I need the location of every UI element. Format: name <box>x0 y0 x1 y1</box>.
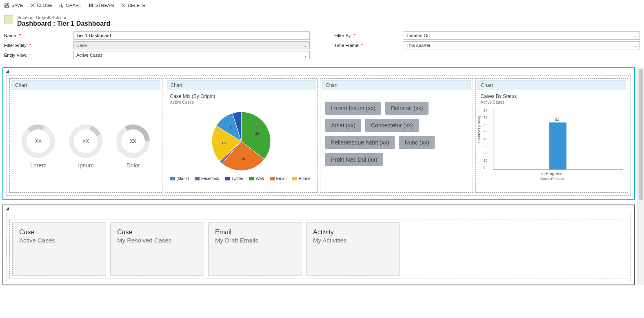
save-button[interactable]: SAVE <box>4 2 23 8</box>
pane-header: Chart <box>322 80 471 90</box>
pie-slice-value: 22 <box>255 131 259 136</box>
pie-slice-value: 13 <box>222 141 226 145</box>
bar-ytick: 80 <box>484 109 488 113</box>
delete-label: DELETE <box>128 3 145 8</box>
bar-category-label: In Progress <box>481 171 623 176</box>
filter-tag[interactable]: Nunc (xx) <box>399 136 435 149</box>
stream-subtitle: Active Cases <box>19 237 99 244</box>
bar-ytick: 50 <box>484 130 488 134</box>
solution-line: Solution: Default Solution <box>17 15 110 20</box>
legend-swatch <box>270 177 275 180</box>
entity-view-label: Entity View:* <box>4 53 73 58</box>
time-frame-select[interactable]: This quarter⌄ <box>404 41 640 49</box>
legend-item: Phone <box>292 176 311 181</box>
donut-gauge: XX <box>64 120 107 162</box>
page-title: Dashboard : Tier 1 Dashboard <box>17 20 110 27</box>
stream-button[interactable]: STREAM <box>88 2 114 8</box>
pie-slice-value: 16 <box>241 157 245 161</box>
pie-title: Case Mix (By Origin) <box>170 93 313 99</box>
charts-section[interactable]: ◢ Chart XX Lorem XX Ipsum XX Dolor Chart… <box>2 67 635 200</box>
chart-pane-tags[interactable]: Chart Lorem Ipsum (xx)Dolor sit (xx)Amet… <box>320 78 473 193</box>
filter-tag[interactable]: Proin Nec Dui (xx) <box>325 153 383 166</box>
streams-section[interactable]: ◢ Case Active CasesCase My Resolved Case… <box>2 205 635 285</box>
save-icon <box>4 2 10 8</box>
filter-by-select[interactable]: Created On⌄ <box>404 31 640 40</box>
collapse-toggle[interactable]: ◢ <box>6 69 9 73</box>
close-icon <box>30 2 36 8</box>
chart-button[interactable]: CHART <box>59 2 82 8</box>
bar-ytick: 30 <box>484 144 488 148</box>
legend-label: Facebook <box>201 176 219 181</box>
filter-tag[interactable]: Dolor sit (xx) <box>385 102 429 115</box>
donut-value: XX <box>130 138 136 144</box>
filter-entity-label: Filter Entity:* <box>4 43 73 48</box>
stream-card[interactable]: Case Active Cases <box>12 222 106 276</box>
close-button[interactable]: CLOSE <box>30 2 52 8</box>
collapse-toggle[interactable]: ◢ <box>6 206 9 211</box>
pie-chart: 221611373 <box>207 109 276 174</box>
bar-chart: 80706050403020100 62 <box>493 109 623 170</box>
chart-pane-pie[interactable]: Chart Case Mix (By Origin) Active Cases … <box>165 78 318 193</box>
toolbar: SAVE CLOSE CHART STREAM DELETE <box>0 0 644 11</box>
pane-header: Chart <box>477 80 626 90</box>
stream-title: Case <box>117 229 197 236</box>
pie-legend: (blank)FacebookTwitterWebEmailPhone <box>170 176 313 181</box>
legend-swatch <box>195 177 200 180</box>
legend-label: Twitter <box>231 176 243 181</box>
chart-pane-bar[interactable]: Chart Cases By Status Active Cases Count… <box>475 78 628 193</box>
bar <box>549 122 566 169</box>
vertical-scrollbar[interactable] <box>637 67 644 285</box>
stream-subtitle: My Resolved Cases <box>117 237 197 244</box>
pane-header: Chart <box>11 80 160 90</box>
filter-entity-select[interactable]: Case⌄ <box>73 41 310 49</box>
legend-swatch <box>225 177 230 180</box>
stream-label: STREAM <box>95 3 114 8</box>
chart-icon <box>59 2 64 8</box>
pie-slice-value: 7 <box>229 125 231 129</box>
name-label: Name:* <box>4 33 73 38</box>
header: Solution: Default Solution Dashboard : T… <box>0 11 644 29</box>
stream-title: Email <box>215 229 295 236</box>
entity-icon <box>4 15 13 24</box>
filter-tag[interactable]: Consectetur (xx) <box>365 119 419 132</box>
filter-tag[interactable]: Lorem Ipsum (xx) <box>325 102 381 115</box>
donut-label: Lorem <box>22 162 55 169</box>
filter-tag[interactable]: Pellentesque habit (xx) <box>325 136 395 149</box>
stream-card[interactable]: Case My Resolved Cases <box>110 222 204 276</box>
name-input[interactable] <box>73 31 310 40</box>
bar-x-axis-title: Status Reason <box>481 177 623 181</box>
bar-y-axis-title: Count:All (Case) <box>477 116 481 142</box>
donut-gauge: XX <box>110 118 156 164</box>
legend-swatch <box>249 177 254 180</box>
delete-icon <box>120 2 126 8</box>
chevron-down-icon: ⌄ <box>634 33 637 38</box>
donut-label: Dolor <box>116 162 150 169</box>
bar-ytick: 10 <box>484 158 488 162</box>
form-area: Name:* Filter Entity:* Case⌄ Entity View… <box>0 29 644 66</box>
entity-view-select[interactable]: Active Cases⌄ <box>73 51 310 59</box>
filter-by-label: Filter By:* <box>334 33 404 38</box>
pie-slice-value: 3 <box>238 122 240 126</box>
stream-card[interactable]: Email My Draft Emails <box>208 222 302 276</box>
chevron-down-icon: ⌄ <box>634 43 637 48</box>
bar-ytick: 60 <box>484 123 488 127</box>
stream-title: Case <box>19 229 99 236</box>
pane-header: Chart <box>167 80 316 90</box>
stream-icon <box>88 2 94 8</box>
donut-value: XX <box>35 138 42 144</box>
pie-subtitle: Active Cases <box>170 100 313 105</box>
bar-ytick: 20 <box>484 151 488 155</box>
chart-pane-donuts[interactable]: Chart XX Lorem XX Ipsum XX Dolor <box>9 78 162 193</box>
stream-subtitle: My Activities <box>313 237 393 244</box>
donut-label: Ipsum <box>69 162 102 169</box>
delete-button[interactable]: DELETE <box>120 2 145 8</box>
stream-card[interactable]: Activity My Activities <box>306 222 400 276</box>
legend-label: Web <box>255 176 264 181</box>
legend-label: Email <box>276 176 286 181</box>
chevron-down-icon: ⌄ <box>304 53 307 58</box>
filter-tag[interactable]: Amet (xx) <box>325 119 361 132</box>
time-frame-label: Time Frame:* <box>334 43 404 48</box>
scrollbar-thumb[interactable] <box>639 69 643 200</box>
bar-ytick: 0 <box>484 165 488 169</box>
chevron-down-icon: ⌄ <box>304 43 307 48</box>
